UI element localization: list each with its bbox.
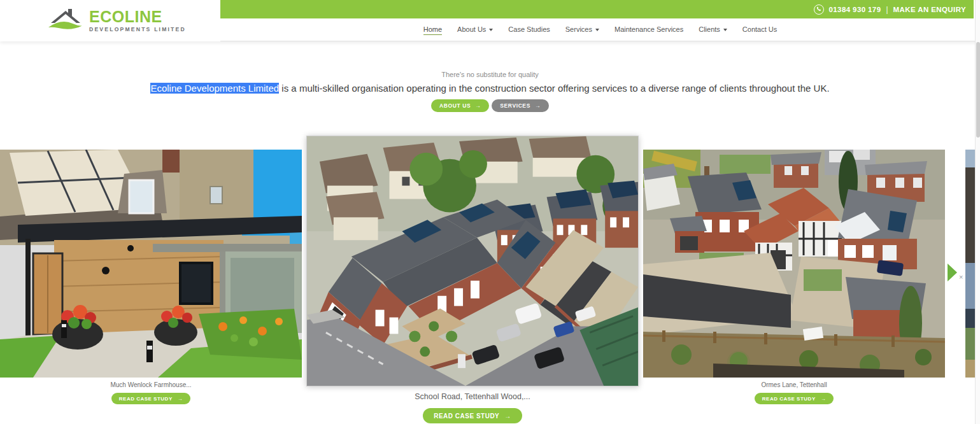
chevron-down-icon <box>489 29 493 31</box>
top-contact-bar: 01384 930 179 | MAKE AN ENQUIRY <box>220 0 974 18</box>
chevron-down-icon <box>595 29 599 31</box>
nav-item-case-studies[interactable]: Case Studies <box>501 23 557 37</box>
school-road-photo <box>307 136 638 386</box>
caption-school-road: School Road, Tettenhall Wood,... <box>306 392 639 401</box>
read-case-study-button-farmhouse[interactable]: READ CASE STUDY → <box>111 393 190 404</box>
logo-house-icon <box>47 7 84 35</box>
quality-tagline: There's no substitute for quality <box>0 71 980 78</box>
services-button[interactable]: SERVICES → <box>492 99 549 112</box>
main-navigation: Home About Us Case Studies Services Main… <box>220 18 980 41</box>
nav-item-clients[interactable]: Clients <box>691 23 735 37</box>
page-scrollbar[interactable] <box>975 0 980 424</box>
arrow-right-icon: → <box>178 396 183 402</box>
arrow-right-icon: → <box>475 102 481 109</box>
description-rest: is a multi-skilled organisation operatin… <box>279 83 829 94</box>
case-study-slide-farmhouse[interactable] <box>0 150 302 378</box>
intro-button-row: ABOUT US → SERVICES → <box>0 99 980 112</box>
scrollbar-thumb[interactable] <box>976 42 980 138</box>
logo-subtitle: DEVELOPMENTS LIMITED <box>89 26 186 32</box>
logo[interactable]: ECOLINE DEVELOPMENTS LIMITED <box>0 0 220 41</box>
caption-farmhouse: Much Wenlock Farmhouse... <box>0 381 302 388</box>
selected-text: Ecoline Developments Limited <box>150 83 279 94</box>
nav-item-contact-us[interactable]: Contact Us <box>735 23 785 37</box>
chevron-down-icon <box>723 29 727 31</box>
carousel-next-arrow[interactable] <box>948 264 957 281</box>
nav-item-services[interactable]: Services <box>558 23 607 37</box>
farmhouse-photo <box>0 150 302 378</box>
next-slide-photo <box>965 150 976 378</box>
phone-number-link[interactable]: 01384 930 179 <box>829 6 881 13</box>
nav-item-maintenance-services[interactable]: Maintenance Services <box>607 23 691 37</box>
arrow-right-icon: → <box>504 413 511 420</box>
topbar-divider: | <box>886 5 888 14</box>
read-case-study-button-school-road[interactable]: READ CASE STUDY → <box>423 408 522 423</box>
case-study-slide-ormes-lane[interactable] <box>643 150 945 378</box>
site-header: 01384 930 179 | MAKE AN ENQUIRY ECOLINE … <box>0 0 980 41</box>
read-case-study-button-ormes-lane[interactable]: READ CASE STUDY → <box>755 393 834 404</box>
case-study-slide-next-sliver[interactable] <box>965 150 976 378</box>
arrow-right-icon: → <box>535 102 541 109</box>
arrow-right-icon: → <box>821 396 827 402</box>
nav-item-home[interactable]: Home <box>416 23 450 38</box>
phone-icon <box>814 4 824 15</box>
logo-name: ECOLINE <box>89 9 186 25</box>
ormes-lane-photo <box>643 150 945 378</box>
case-study-slide-school-road[interactable] <box>306 136 639 386</box>
intro-description: Ecoline Developments Limited is a multi-… <box>0 83 980 94</box>
make-enquiry-link[interactable]: MAKE AN ENQUIRY <box>893 6 966 13</box>
nav-item-about-us[interactable]: About Us <box>450 23 501 37</box>
mouse-cursor-artifact: × <box>959 273 963 281</box>
about-us-button[interactable]: ABOUT US → <box>431 99 489 112</box>
caption-ormes-lane: Ormes Lane, Tettenhall <box>643 381 945 388</box>
